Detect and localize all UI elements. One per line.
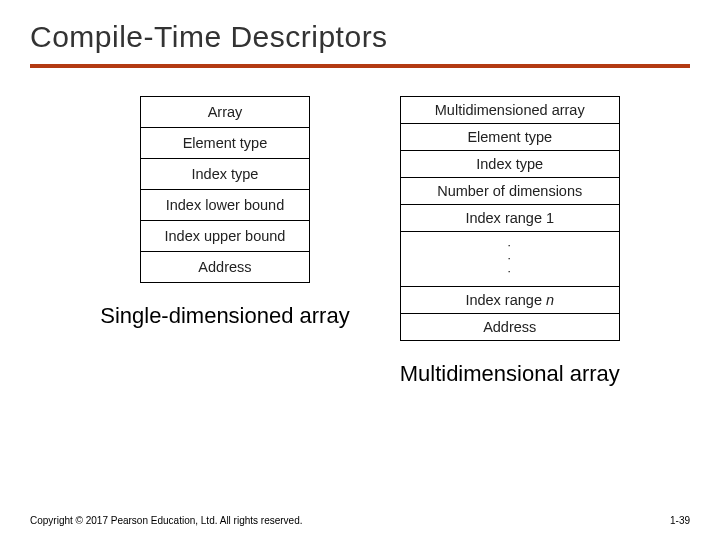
range-n-prefix: Index range	[465, 292, 546, 308]
range-n-var: n	[546, 292, 554, 308]
descriptor-row: Element type	[141, 128, 309, 159]
descriptor-row: Number of dimensions	[401, 178, 619, 205]
descriptor-row: Address	[401, 314, 619, 340]
footer: Copyright © 2017 Pearson Education, Ltd.…	[30, 515, 690, 526]
descriptor-row: Address	[141, 252, 309, 282]
descriptor-row-range-n: Index range n	[401, 287, 619, 314]
descriptor-row: Index range 1	[401, 205, 619, 232]
copyright-text: Copyright © 2017 Pearson Education, Ltd.…	[30, 515, 303, 526]
descriptor-row: Element type	[401, 124, 619, 151]
descriptor-row: Index upper bound	[141, 221, 309, 252]
page-number: 1-39	[670, 515, 690, 526]
descriptor-row: Index lower bound	[141, 190, 309, 221]
descriptor-row: Array	[141, 97, 309, 128]
descriptor-row: Multidimensioned array	[401, 97, 619, 124]
title-rule	[30, 64, 690, 68]
slide: Compile-Time Descriptors Array Element t…	[0, 0, 720, 540]
page-title: Compile-Time Descriptors	[30, 20, 690, 54]
right-caption: Multidimensional array	[400, 361, 620, 387]
descriptor-row: Index type	[141, 159, 309, 190]
content-columns: Array Element type Index type Index lowe…	[30, 96, 690, 387]
multi-array-descriptor: Multidimensioned array Element type Inde…	[400, 96, 620, 341]
left-column: Array Element type Index type Index lowe…	[100, 96, 349, 329]
right-column: Multidimensioned array Element type Inde…	[400, 96, 620, 387]
descriptor-row: Index type	[401, 151, 619, 178]
vertical-ellipsis: ···	[401, 232, 619, 287]
left-caption: Single-dimensioned array	[100, 303, 349, 329]
single-array-descriptor: Array Element type Index type Index lowe…	[140, 96, 310, 283]
